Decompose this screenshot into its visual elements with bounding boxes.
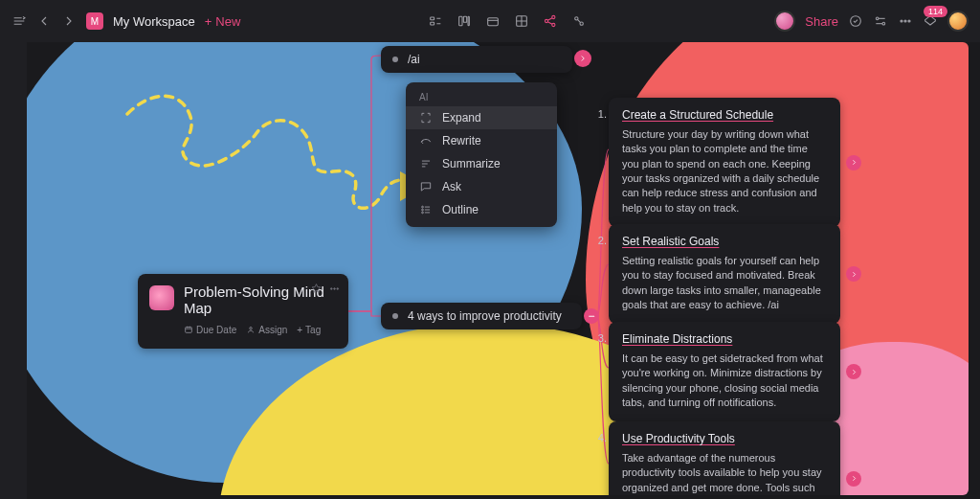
mindmap-canvas[interactable]: /ai AI Expand Rewrite Summarize Ask [27,42,969,495]
view-list-icon[interactable] [428,13,443,29]
svg-point-14 [882,22,885,25]
notification-badge: 114 [924,6,947,17]
checkmark-circle-icon[interactable] [848,13,863,29]
result-title: Set Realistic Goals [622,234,719,250]
result-card[interactable]: 3. Eliminate Distractions It can be easy… [609,322,840,421]
bullet-icon [392,57,398,62]
svg-point-15 [901,20,902,22]
result-title: Use Productivity Tools [622,431,735,447]
ai-menu-item-ask[interactable]: Ask [406,175,557,198]
result-body: It can be easy to get sidetracked from w… [622,352,827,411]
svg-rect-1 [431,22,434,25]
ai-menu-label: Rewrite [442,134,481,147]
plus-icon: + [205,14,212,29]
more-icon[interactable] [898,13,913,29]
svg-point-25 [337,288,339,290]
result-number: 1. [595,107,607,122]
left-rail [0,42,27,499]
workspace-badge[interactable]: M [86,12,103,30]
svg-rect-5 [488,18,499,26]
expand-handle[interactable] [846,364,861,379]
plus-icon: + [297,325,302,335]
view-box-icon[interactable] [485,13,501,29]
brain-icon [149,285,174,310]
expand-handle[interactable] [574,50,591,67]
result-card[interactable]: 1. Create a Structured Schedule Structur… [609,98,840,227]
result-body: Take advantage of the numerous productiv… [622,451,827,495]
prompt-node[interactable]: 4 ways to improve productivity − [381,303,582,329]
ai-menu-item-rewrite[interactable]: Rewrite [406,129,557,152]
due-date-chip[interactable]: Due Date [184,325,236,335]
svg-rect-3 [464,16,467,22]
command-text: /ai [408,53,420,66]
more-icon[interactable] [328,282,341,299]
ask-icon [419,180,433,193]
outline-icon [419,203,433,216]
ai-menu-item-summarize[interactable]: Summarize [406,152,557,175]
menu-toggle-icon[interactable] [11,13,27,29]
star-icon[interactable] [310,282,323,299]
command-node[interactable]: /ai [381,46,572,73]
workspace-name[interactable]: My Workspace [113,14,195,29]
collaborator-avatar[interactable] [774,11,795,32]
result-body: Structure your day by writing down what … [622,127,827,215]
svg-point-11 [580,22,583,25]
tag-chip[interactable]: + Tag [297,325,321,335]
app-root: M My Workspace + New Share 114 [0,0,980,499]
result-number: 4. [595,431,607,445]
assign-chip[interactable]: Assign [246,325,287,335]
tag-label: Tag [305,325,321,335]
collapse-handle[interactable]: − [584,308,599,324]
svg-rect-0 [431,17,434,20]
assign-label: Assign [258,325,287,335]
result-body: Setting realistic goals for yourself can… [622,254,827,313]
due-date-label: Due Date [196,325,236,335]
svg-rect-4 [468,16,469,25]
result-card[interactable]: 4. Use Productivity Tools Take advantage… [609,421,840,495]
nav-forward-icon[interactable] [61,13,77,29]
notifications-icon[interactable]: 114 [923,13,938,29]
svg-point-22 [250,328,253,330]
svg-point-23 [330,288,332,290]
svg-point-16 [904,20,906,22]
svg-point-19 [422,209,424,211]
svg-rect-2 [459,16,462,25]
root-title-card[interactable]: Problem-Solving Mind Map Due Date Assign… [138,274,348,349]
share-node-icon[interactable] [543,13,558,29]
share-button[interactable]: Share [805,14,838,29]
ai-menu-header: AI [406,88,557,106]
svg-point-18 [422,206,424,208]
result-card[interactable]: 2. Set Realistic Goals Setting realistic… [609,224,840,324]
result-number: 3. [595,331,607,346]
svg-point-10 [575,17,578,20]
result-number: 2. [595,234,607,248]
ai-menu-label: Summarize [442,157,501,170]
expand-handle[interactable] [846,266,861,282]
ai-menu-item-outline[interactable]: Outline [406,198,557,221]
ai-menu-label: Outline [442,203,479,216]
new-button-label: New [215,14,240,29]
ai-menu-label: Expand [442,111,481,125]
expand-handle[interactable] [846,155,861,170]
result-title: Eliminate Distractions [622,331,732,348]
squiggle-arrow [113,80,429,253]
expand-handle[interactable] [846,471,861,487]
settings-sliders-icon[interactable] [873,13,888,29]
nav-back-icon[interactable] [36,13,52,29]
user-avatar[interactable] [947,11,969,32]
result-title: Create a Structured Schedule [622,107,773,124]
new-button[interactable]: + New [205,14,241,29]
automation-icon[interactable] [571,13,587,29]
view-board-icon[interactable] [457,13,472,29]
bullet-icon [392,313,398,319]
ai-menu-item-expand[interactable]: Expand [406,106,557,129]
summarize-icon [419,157,433,170]
svg-point-13 [876,17,879,20]
view-grid-icon[interactable] [514,13,529,29]
svg-rect-21 [186,328,192,333]
svg-point-17 [908,20,910,22]
topbar: M My Workspace + New Share 114 [0,0,980,42]
prompt-text: 4 ways to improve productivity [408,309,562,323]
expand-icon [419,111,433,125]
ai-command-menu: AI Expand Rewrite Summarize Ask Outline [406,82,557,227]
